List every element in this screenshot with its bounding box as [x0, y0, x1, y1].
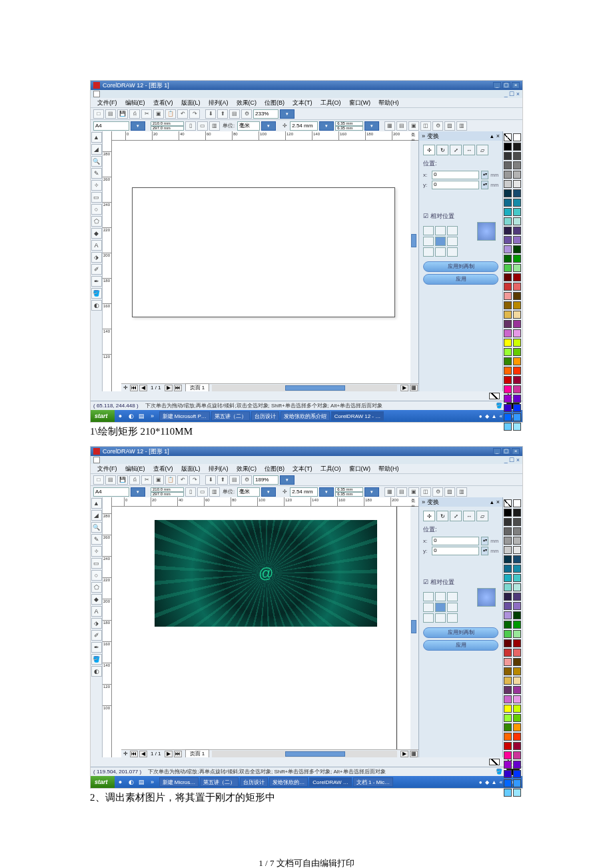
color-swatch[interactable] — [513, 509, 521, 517]
portrait-button[interactable]: ▯ — [185, 487, 196, 497]
color-swatch[interactable] — [513, 152, 521, 160]
v-scroll-thumb[interactable] — [411, 620, 416, 633]
shape-tool[interactable]: ◢ — [91, 144, 102, 155]
menu-window[interactable]: 窗口(W) — [346, 99, 374, 107]
next-page-button[interactable]: ▶ — [165, 385, 173, 391]
color-swatch[interactable] — [504, 751, 512, 759]
color-swatch[interactable] — [513, 770, 521, 778]
paste-button[interactable]: 📋 — [165, 109, 176, 119]
y-input[interactable]: 0 — [432, 181, 479, 189]
color-swatch[interactable] — [504, 404, 512, 412]
page-width-input[interactable]: 210.0 mm — [151, 121, 184, 126]
relative-checkbox[interactable]: ☑ 相对位置 — [423, 212, 498, 221]
task-button[interactable]: 文档 1 - Mic… — [353, 777, 393, 787]
new-button[interactable]: □ — [93, 109, 104, 119]
last-page-button[interactable]: ⏭ — [174, 385, 182, 391]
page-tab[interactable]: 页面 1 — [185, 383, 210, 391]
polygon-tool[interactable]: ⬠ — [91, 582, 102, 593]
ql-icon[interactable]: ◐ — [127, 411, 136, 421]
print-button[interactable]: ⎙ — [129, 109, 140, 119]
color-swatch[interactable] — [504, 236, 512, 244]
paper-dropdown[interactable]: ▾ — [131, 487, 145, 497]
task-button[interactable]: 台历设计 — [251, 411, 279, 421]
color-swatch[interactable] — [504, 770, 512, 778]
first-page-button[interactable]: ⏮ — [130, 385, 138, 391]
canvas[interactable] — [112, 141, 418, 391]
rectangle-tool[interactable]: ▭ — [91, 192, 102, 203]
redo-button[interactable]: ↷ — [189, 475, 200, 485]
scroll-right-button[interactable]: ▶ — [400, 751, 408, 757]
color-swatch[interactable] — [504, 385, 512, 393]
anchor-grid[interactable] — [423, 226, 463, 257]
new-button[interactable]: □ — [93, 475, 104, 485]
zoom-tool[interactable]: 🔍 — [91, 522, 102, 533]
snap-grid-button[interactable]: ▦ — [384, 487, 395, 497]
start-button[interactable]: start — [91, 776, 115, 788]
color-swatch[interactable] — [504, 761, 512, 769]
close-button[interactable]: × — [512, 82, 520, 89]
color-swatch[interactable] — [513, 593, 521, 601]
menu-file[interactable]: 文件(F) — [95, 99, 120, 107]
color-swatch[interactable] — [504, 677, 512, 685]
y-input[interactable]: 0 — [432, 547, 479, 555]
color-swatch[interactable] — [513, 789, 521, 797]
ql-icon[interactable]: ● — [116, 777, 125, 787]
color-swatch[interactable] — [513, 733, 521, 741]
copy-button[interactable]: ▣ — [153, 109, 164, 119]
undo-button[interactable]: ↶ — [177, 109, 188, 119]
save-button[interactable]: 💾 — [117, 475, 128, 485]
dup-spin[interactable]: ▾ — [364, 121, 379, 131]
scroll-right-button[interactable]: ▶ — [400, 385, 408, 391]
color-swatch[interactable] — [504, 227, 512, 235]
misc-button[interactable]: ▥ — [456, 487, 467, 497]
snap-dyn-button[interactable]: ◫ — [420, 121, 431, 131]
color-swatch[interactable] — [504, 723, 512, 731]
menu-text[interactable]: 文本(T) — [290, 99, 315, 107]
snap-obj-button[interactable]: ▣ — [408, 487, 419, 497]
color-swatch[interactable] — [513, 236, 521, 244]
text-tool[interactable]: A — [91, 606, 102, 617]
color-swatch[interactable] — [504, 329, 512, 337]
menu-arrange[interactable]: 排列(A) — [206, 465, 231, 473]
ruler-origin-icon[interactable]: ✛ — [121, 751, 129, 757]
canvas-area[interactable]: 0 20 40 60 80 100 120 140 160 180 200 毫米 — [112, 497, 418, 757]
start-button[interactable]: start — [91, 410, 115, 422]
zoom-tool[interactable]: 🔍 — [91, 156, 102, 167]
polygon-tool[interactable]: ⬠ — [91, 216, 102, 227]
y-spinner[interactable]: ▴▾ — [481, 181, 488, 189]
color-swatch[interactable] — [513, 311, 521, 319]
prev-page-button[interactable]: ◀ — [139, 751, 147, 757]
color-swatch[interactable] — [504, 292, 512, 300]
dup-x-input[interactable]: 6.35 mm — [335, 487, 363, 492]
color-swatch[interactable] — [504, 546, 512, 554]
color-swatch[interactable] — [504, 630, 512, 638]
color-swatch[interactable] — [513, 161, 521, 169]
color-swatch[interactable] — [504, 649, 512, 657]
color-swatch[interactable] — [513, 143, 521, 151]
snap-obj-button[interactable]: ▣ — [408, 121, 419, 131]
color-swatch[interactable] — [513, 217, 521, 225]
copy-button[interactable]: ▣ — [153, 475, 164, 485]
nudge-input[interactable]: 2.54 mm — [290, 487, 318, 497]
unit-dropdown[interactable]: ▾ — [261, 121, 276, 131]
nav-button[interactable]: ▦ — [410, 751, 418, 757]
color-swatch[interactable] — [513, 413, 521, 421]
color-swatch[interactable] — [513, 658, 521, 666]
snap-dyn-button[interactable]: ◫ — [420, 487, 431, 497]
maximize-button[interactable]: ▢ — [502, 448, 510, 455]
vertical-scrollbar[interactable] — [410, 507, 418, 749]
pages-button[interactable]: ▥ — [209, 487, 220, 497]
color-swatch[interactable] — [513, 227, 521, 235]
color-swatch[interactable] — [504, 199, 512, 207]
paper-dropdown[interactable]: ▾ — [131, 121, 145, 131]
menu-effects[interactable]: 效果(C) — [234, 99, 260, 107]
color-swatch[interactable] — [513, 527, 521, 535]
color-swatch[interactable] — [513, 602, 521, 610]
color-swatch[interactable] — [504, 574, 512, 582]
zoom-input[interactable]: 233% — [253, 109, 279, 119]
color-swatch[interactable] — [513, 537, 521, 545]
treat-as-filled-button[interactable]: ▨ — [444, 487, 455, 497]
color-swatch[interactable] — [513, 367, 521, 375]
unit-dropdown[interactable]: ▾ — [261, 487, 276, 497]
color-swatch[interactable] — [513, 376, 521, 384]
